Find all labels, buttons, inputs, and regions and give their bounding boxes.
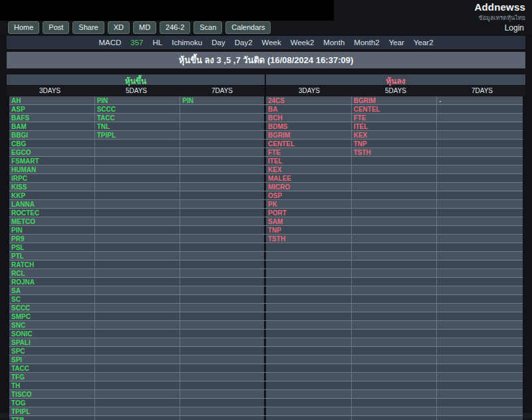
- stock-symbol-cbg[interactable]: CBG: [9, 140, 95, 148]
- stock-symbol-itel[interactable]: ITEL: [352, 122, 438, 130]
- nav-button-home[interactable]: Home: [8, 21, 39, 34]
- stock-symbol-pr9[interactable]: PR9: [9, 235, 95, 243]
- nav-button-post[interactable]: Post: [43, 21, 69, 34]
- empty-cell: [437, 304, 523, 312]
- stock-symbol-ah[interactable]: AH: [9, 96, 95, 104]
- stock-symbol-tsth[interactable]: TSTH: [266, 235, 352, 243]
- stock-symbol-metco[interactable]: METCO: [9, 217, 95, 225]
- nav-button-scan[interactable]: Scan: [194, 21, 222, 34]
- stock-symbol-ptl[interactable]: PTL: [9, 252, 95, 260]
- stock-symbol-kex[interactable]: KEX: [352, 131, 438, 139]
- stock-symbol-lanna[interactable]: LANNA: [9, 200, 95, 208]
- menu-item-hl[interactable]: HL: [153, 39, 163, 47]
- menu-item-year2[interactable]: Year2: [414, 39, 434, 47]
- stock-symbol-egco[interactable]: EGCO: [9, 148, 95, 156]
- menu-item-week2[interactable]: Week2: [291, 39, 315, 47]
- stock-symbol-th[interactable]: TH: [9, 381, 95, 389]
- stock-symbol-bgrim[interactable]: BGRIM: [352, 96, 438, 104]
- empty-cell: [352, 235, 438, 243]
- stock-symbol-psl[interactable]: PSL: [9, 243, 95, 251]
- nav-button-md[interactable]: MD: [133, 21, 156, 34]
- stock-symbol-irpc[interactable]: IRPC: [9, 174, 95, 182]
- menu-item-month[interactable]: Month: [323, 39, 344, 47]
- nav-button-share[interactable]: Share: [72, 21, 104, 34]
- stock-symbol-kex[interactable]: KEX: [266, 165, 352, 173]
- stock-symbol-bbgi[interactable]: BBGI: [9, 131, 95, 139]
- stock-symbol-snc[interactable]: SNC: [9, 321, 95, 329]
- menu-item-day[interactable]: Day: [211, 39, 225, 47]
- empty-cell: [437, 312, 523, 320]
- stock-symbol-pk[interactable]: PK: [266, 200, 352, 208]
- stock-symbol-roctec[interactable]: ROCTEC: [9, 209, 95, 217]
- empty-cell: [266, 364, 352, 372]
- menu-item-week[interactable]: Week: [262, 39, 281, 47]
- menu-item-month2[interactable]: Month2: [354, 39, 379, 47]
- stock-symbol-bafs[interactable]: BAFS: [9, 114, 95, 122]
- stock-symbol-sa[interactable]: SA: [9, 286, 95, 294]
- stock-symbol-human[interactable]: HUMAN: [9, 165, 95, 173]
- menu-item-ichimoku[interactable]: Ichimoku: [172, 39, 202, 47]
- nav-button-246-2[interactable]: 246-2: [160, 21, 190, 34]
- stock-symbol-fte[interactable]: FTE: [266, 148, 352, 156]
- stock-symbol-tpipl[interactable]: TPIPL: [9, 407, 95, 415]
- stock-symbol-spi[interactable]: SPI: [9, 356, 95, 364]
- empty-cell: [266, 407, 352, 415]
- stock-symbol-tsth[interactable]: TSTH: [352, 148, 438, 156]
- empty-cell: [437, 243, 523, 251]
- menu-item-year[interactable]: Year: [389, 39, 404, 47]
- stock-symbol-micro[interactable]: MICRO: [266, 183, 352, 191]
- stock-symbol-tnl[interactable]: TNL: [95, 122, 181, 130]
- stock-symbol-sccc[interactable]: SCCC: [9, 304, 95, 312]
- stock-symbol-tisco[interactable]: TISCO: [9, 390, 95, 398]
- stock-symbol-smpc[interactable]: SMPC: [9, 312, 95, 320]
- stock-symbol-spc[interactable]: SPC: [9, 347, 95, 355]
- stock-symbol-ttb[interactable]: TTB: [9, 416, 95, 420]
- table-row: FSMARTITEL: [9, 157, 523, 165]
- stock-symbol-fsmart[interactable]: FSMART: [9, 157, 95, 165]
- table-row: BBGITPIPLBGRIMKEX: [9, 131, 523, 140]
- stock-symbol-pin[interactable]: PIN: [180, 96, 266, 104]
- stock-symbol-rojna[interactable]: ROJNA: [9, 278, 95, 286]
- stock-symbol-kkp[interactable]: KKP: [9, 191, 95, 199]
- stock-symbol-bam[interactable]: BAM: [9, 122, 95, 130]
- stock-symbol-tpipl[interactable]: TPIPL: [95, 131, 181, 139]
- stock-symbol-ratch[interactable]: RATCH: [9, 261, 95, 268]
- stock-symbol-spali[interactable]: SPALI: [9, 338, 95, 346]
- stock-symbol-24cs[interactable]: 24CS: [266, 96, 352, 104]
- stock-symbol-asp[interactable]: ASP: [9, 105, 95, 113]
- menu-item-day2[interactable]: Day2: [235, 39, 253, 47]
- stock-symbol-centel[interactable]: CENTEL: [352, 105, 438, 113]
- stock-symbol-itel[interactable]: ITEL: [266, 157, 352, 165]
- stock-symbol-malee[interactable]: MALEE: [266, 174, 352, 182]
- stock-symbol-tnp[interactable]: TNP: [352, 140, 438, 148]
- stock-symbol-tog[interactable]: TOG: [9, 399, 95, 407]
- stock-symbol-pin[interactable]: PIN: [9, 226, 95, 234]
- stock-symbol-tnp[interactable]: TNP: [266, 226, 352, 234]
- stock-symbol-centel[interactable]: CENTEL: [266, 140, 352, 148]
- stock-symbol-tfg[interactable]: TFG: [9, 373, 95, 381]
- stock-symbol-port[interactable]: PORT: [266, 209, 352, 217]
- stock-symbol-kiss[interactable]: KISS: [9, 183, 95, 191]
- stock-symbol-bdms[interactable]: BDMS: [266, 122, 352, 130]
- stock-symbol-osp[interactable]: OSP: [266, 191, 352, 199]
- stock-symbol-fte[interactable]: FTE: [352, 114, 438, 122]
- nav-button-calendars[interactable]: Calendars: [225, 21, 271, 34]
- stock-symbol-rcl[interactable]: RCL: [9, 269, 95, 277]
- empty-cell: [95, 235, 181, 243]
- stock-symbol-sam[interactable]: SAM: [266, 217, 352, 225]
- menu-item-357[interactable]: 357: [130, 39, 143, 47]
- stock-symbol-bgrim[interactable]: BGRIM: [266, 131, 352, 139]
- stock-symbol-sccc[interactable]: SCCC: [95, 105, 181, 113]
- nav-button-xd[interactable]: XD: [108, 21, 130, 34]
- stock-symbol-tacc[interactable]: TACC: [95, 114, 181, 122]
- login-link[interactable]: Login: [505, 23, 524, 33]
- empty-cell: [266, 269, 352, 277]
- stock-symbol-sonic[interactable]: SONIC: [9, 330, 95, 338]
- table-row: PINTNP: [9, 226, 523, 235]
- menu-item-macd[interactable]: MACD: [98, 39, 121, 47]
- stock-symbol-ba[interactable]: BA: [266, 105, 352, 113]
- stock-symbol-tacc[interactable]: TACC: [9, 364, 95, 372]
- stock-symbol-pin[interactable]: PIN: [95, 96, 181, 104]
- stock-symbol-bch[interactable]: BCH: [266, 114, 352, 122]
- stock-symbol-sc[interactable]: SC: [9, 295, 95, 303]
